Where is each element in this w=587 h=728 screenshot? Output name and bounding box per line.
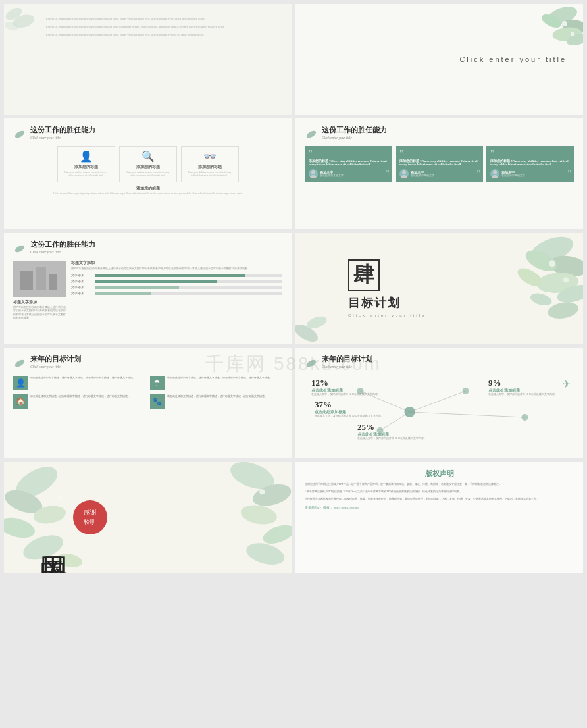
slide-grid: Lorem sit amet ullam corper adipiscing e… [0, 0, 587, 577]
card2-icon: 🔍 [124, 150, 172, 163]
slide3-card-3: 👓 添加您的标题 Share your abilities reasons. J… [181, 146, 239, 182]
svg-point-29 [547, 300, 580, 321]
slide5-right-title: 标题文字添加 [71, 261, 282, 265]
goal-icon-1: 👤 [13, 376, 28, 390]
quote2-title: 添加您的标题 Where stay abilities reasons. Joi… [399, 159, 479, 166]
svg-rect-21 [36, 267, 46, 290]
slide-1: Lorem sit amet ullam corper adipiscing e… [4, 4, 292, 115]
bar-fill-4 [95, 292, 151, 295]
stat12-number: 12% [311, 378, 380, 388]
svg-line-39 [410, 391, 466, 412]
goal-text-4: 请在此处添加文字描述，进行标题文字描述，进行标题文字描述，进行标题文字描述。 [167, 394, 267, 398]
leaf-icon-small [13, 128, 26, 141]
goal-item-2: ☂ 请点击此处添加文字描述，进行标题文字描述，请在此添加文字描述，进行标题文字描… [150, 376, 283, 390]
avatar-1 [309, 169, 318, 178]
slide10-title: 版权声明 [305, 469, 574, 479]
slide1-text-2: Lorem sit amet ullam corper adipiscing e… [46, 24, 282, 30]
stat25-label: 点击此处添加标题 [357, 432, 426, 437]
bar-label-3: 文字添加 [71, 286, 92, 289]
slide5-right-text: 用户可以在投影仪前对着计算机上进行演示也可以展示文翻打印出来供观看和用户可以在投… [71, 267, 282, 271]
link-label: 更多精品PPT模板： [305, 506, 333, 509]
svg-point-8 [562, 21, 567, 26]
slide4-quote-3: " 添加您的标题 Where stay abilities reasons. J… [486, 146, 574, 182]
svg-point-61 [273, 523, 277, 527]
svg-point-12 [311, 170, 315, 174]
slide10-para-1: 感谢您使用千库网上注册账户PPT作品，以下是千库网作品声明，您下载后请仔细阅读。… [305, 482, 574, 487]
goal-icon-4: 🐾 [150, 394, 165, 409]
slide-4: 这份工作的胜任能力 Click enter your title " 添加您的标… [295, 118, 583, 229]
stat9-text: 在此输入文字，发挥你写的才华 12-12在此处输入文字内容。 [488, 393, 557, 396]
svg-point-10 [14, 130, 26, 140]
svg-point-50 [4, 514, 37, 541]
stat-9: 9% 点击此处添加标题 在此输入文字，发挥你写的才华 12-12在此处输入文字内… [488, 378, 557, 396]
stat37-label: 点击此处添加标题 [315, 410, 384, 415]
badge-line1: 感谢 [84, 508, 97, 517]
stat25-text: 在此输入文字，发挥你写的才华 12-12在此处输入文字内容。 [357, 437, 426, 440]
svg-point-9 [571, 32, 574, 36]
avatar-3 [490, 169, 499, 178]
stat9-number: 9% [488, 378, 557, 388]
svg-point-44 [463, 388, 469, 394]
goal-text-1: 请点击此处添加文字描述，进行标题文字描述，请在此添加文字描述，进行标题文字描述。 [30, 376, 136, 380]
slide5-left-title: 标题文字添加 [13, 300, 66, 305]
svg-point-55 [240, 503, 279, 527]
svg-point-16 [493, 170, 497, 174]
leaf-icon-small-4 [13, 357, 26, 370]
slide4-heading: 这份工作的胜任能力 [322, 125, 387, 135]
slide4-quote-2: " 添加您的标题 Where stay abilities reasons. J… [396, 146, 483, 182]
slide5-heading: 这份工作的胜任能力 [30, 240, 95, 249]
svg-point-59 [25, 516, 29, 520]
slide6-title: 目标计划 [348, 295, 426, 311]
stat12-text: 在此输入文字，发挥你写的才华 12-12在此处输入文字内容。 [311, 393, 380, 396]
bar-row-2: 文字添加 [71, 280, 282, 283]
goal-text-3: 请在此处添加文字描述，进行标题文字描述，进行标题文字描述，进行标题文字描述。 [30, 394, 130, 398]
svg-point-13 [310, 175, 317, 178]
bar-row-3: 文字添加 [71, 286, 282, 289]
link-url: http://588ku.com/ppt/ [334, 506, 359, 509]
slide3-heading: 这份工作的胜任能力 [30, 125, 95, 135]
stat25-number: 25% [357, 422, 426, 432]
leaf-icon-small-3 [13, 242, 26, 255]
bar-fill-3 [95, 286, 179, 289]
slide6-char: 肆 [348, 259, 380, 291]
slide3-footer-title: 添加您的标题 [13, 186, 282, 192]
slide4-quote-1: " 添加您的标题 Where stay abilities reasons. J… [305, 146, 392, 182]
svg-line-41 [410, 412, 525, 417]
card1-title: 添加您的标题 [62, 164, 111, 170]
slide5-left-text: 用户可以在投影仪前对着计算机上进行演示也可以展示示文翻打印出来供观看也可以在投影… [13, 306, 66, 320]
svg-point-37 [305, 359, 317, 369]
slide8-subheading: Click enter your title [322, 365, 372, 369]
svg-rect-22 [49, 274, 57, 290]
quote3-sub: 在此处添加其他文字 [501, 174, 525, 177]
goal-item-3: 🏠 请在此处添加文字描述，进行标题文字描述，进行标题文字描述，进行标题文字描述。 [13, 394, 146, 409]
svg-rect-20 [20, 271, 33, 290]
quote3-title: 添加您的标题 Where stay abilities reasons. Joi… [490, 159, 570, 166]
stat9-label: 点击此处添加标题 [488, 388, 557, 393]
svg-point-15 [401, 175, 407, 178]
card2-text: Share your abilities reasons. Join criti… [124, 171, 172, 178]
bar-fill-1 [95, 274, 245, 277]
floral-bottom-left [295, 291, 348, 344]
goal-icon-2: ☂ [150, 376, 165, 390]
svg-point-14 [402, 170, 406, 174]
svg-point-17 [492, 175, 498, 178]
quote1-sub: 在此处添加其他文字 [320, 174, 344, 177]
slide3-card-1: 👤 添加您的标题 Share your abilities reasons. J… [57, 146, 115, 182]
slide3-footer-text: Ut leo sit amet ullam corper adipiscing … [13, 192, 282, 196]
slide-8: 来年的目标计划 Click enter your title [295, 348, 583, 458]
slide-5: 这份工作的胜任能力 Click enter your title 标题文字添加 [4, 233, 292, 344]
slide-6: 肆 目标计划 Click enter your title [295, 233, 583, 344]
slide1-text-3: Lorem sit amet ullam corper adipiscing e… [46, 32, 282, 38]
svg-point-57 [244, 540, 287, 569]
slide3-subheading: Click enter your title [30, 136, 95, 140]
goal-icon-3: 🏠 [13, 394, 28, 409]
stat37-text: 在此输入文字，发挥你写的才华 12-12在此处输入文字内容。 [315, 415, 384, 418]
slide5-image [13, 261, 66, 297]
svg-point-52 [55, 552, 84, 569]
leaf-icon-small-2 [305, 128, 318, 141]
slide-3: 这份工作的胜任能力 Click enter your title 👤 添加您的标… [4, 118, 292, 229]
svg-point-36 [14, 359, 26, 369]
card2-title: 添加您的标题 [124, 164, 172, 170]
slide10-link: 更多精品PPT模板： http://588ku.com/ppt/ [305, 506, 574, 509]
goal-text-2: 请点击此处添加文字描述，进行标题文字描述，请在此添加文字描述，进行标题文字描述。 [167, 376, 272, 380]
